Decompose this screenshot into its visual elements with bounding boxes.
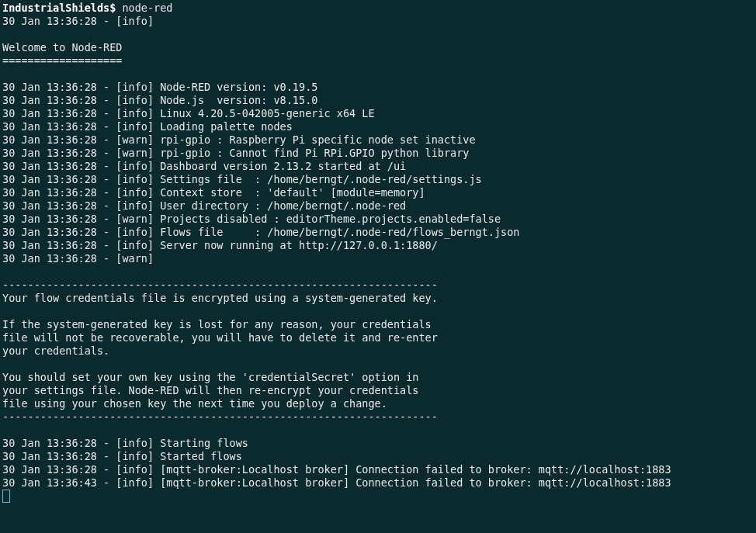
terminal-line: 30 Jan 13:36:28 - [warn] rpi-gpio : Cann… — [2, 147, 469, 159]
terminal-line: 30 Jan 13:36:28 - [info] User directory … — [2, 199, 406, 212]
terminal-line: You should set your own key using the 'c… — [2, 371, 418, 383]
terminal-line: 30 Jan 13:36:28 - [warn] rpi-gpio : Rasp… — [2, 133, 476, 146]
terminal-line: =================== — [2, 54, 122, 67]
terminal-line: 30 Jan 13:36:28 - [info] [mqtt-broker:Lo… — [2, 463, 671, 476]
terminal-line: Your flow credentials file is encrypted … — [2, 292, 438, 304]
terminal-line: 30 Jan 13:36:28 - [info] Settings file :… — [2, 173, 482, 185]
terminal-line: Welcome to Node-RED — [2, 41, 122, 54]
terminal-line: 30 Jan 13:36:28 - [info] — [2, 15, 160, 27]
terminal-line: ----------------------------------------… — [2, 410, 438, 423]
terminal-line: 30 Jan 13:36:28 - [info] Dashboard versi… — [2, 160, 406, 172]
prompt-command: node-red — [122, 2, 172, 14]
terminal-line: 30 Jan 13:36:28 - [info] Started flows — [2, 450, 242, 462]
terminal-line: If the system-generated key is lost for … — [2, 318, 432, 331]
terminal-line: file using your chosen key the next time… — [2, 397, 387, 410]
terminal-line: 30 Jan 13:36:28 - [warn] Projects disabl… — [2, 213, 501, 225]
terminal-line: file will not be recoverable, you will h… — [2, 331, 438, 344]
terminal-cursor — [2, 490, 10, 503]
terminal-line: 30 Jan 13:36:28 - [warn] — [2, 252, 160, 265]
terminal-output[interactable]: IndustrialShields$ node-red 30 Jan 13:36… — [0, 0, 756, 504]
prompt-sep: $ — [109, 2, 116, 14]
terminal-line: 30 Jan 13:36:28 - [info] Linux 4.20.5-04… — [2, 107, 375, 119]
terminal-line: 30 Jan 13:36:28 - [info] Server now runn… — [2, 239, 438, 251]
terminal-line: 30 Jan 13:36:28 - [info] Node.js version… — [2, 94, 317, 106]
prompt-user: IndustrialShields — [2, 2, 109, 14]
terminal-line: 30 Jan 13:36:28 - [info] Starting flows — [2, 437, 248, 449]
terminal-line: 30 Jan 13:36:28 - [info] Loading palette… — [2, 120, 293, 133]
terminal-line: 30 Jan 13:36:28 - [info] Flows file : /h… — [2, 226, 519, 238]
terminal-line: 30 Jan 13:36:28 - [info] Context store :… — [2, 186, 425, 199]
terminal-line: your settings file. Node-RED will then r… — [2, 384, 418, 396]
terminal-line: 30 Jan 13:36:28 - [info] Node-RED versio… — [2, 81, 317, 93]
terminal-line: 30 Jan 13:36:43 - [info] [mqtt-broker:Lo… — [2, 476, 671, 489]
terminal-line: your credentials. — [2, 344, 109, 357]
terminal-line: ----------------------------------------… — [2, 279, 438, 291]
